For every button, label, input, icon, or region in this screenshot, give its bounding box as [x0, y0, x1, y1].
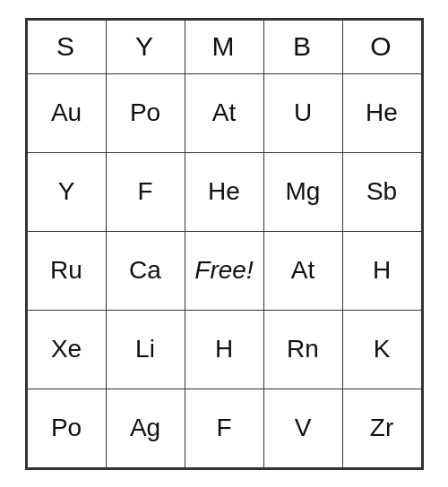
bingo-cell: F: [106, 152, 185, 231]
bingo-cell: F: [185, 389, 263, 467]
bingo-cell: He: [185, 152, 263, 231]
table-row: RuCaFree!AtH: [27, 231, 421, 310]
bingo-cell: Mg: [263, 152, 342, 231]
bingo-cell: Ca: [106, 231, 185, 310]
header-cell-y: Y: [106, 20, 185, 73]
header-cell-m: M: [185, 20, 263, 73]
header-cell-b: B: [263, 20, 342, 73]
bingo-cell: H: [185, 310, 263, 389]
bingo-cell: Y: [27, 152, 106, 231]
bingo-cell: Au: [27, 73, 106, 152]
bingo-cell: Sb: [342, 152, 421, 231]
bingo-cell: He: [342, 73, 421, 152]
table-row: PoAgFVZr: [27, 389, 421, 467]
bingo-cell: U: [263, 73, 342, 152]
bingo-cell: Ag: [106, 389, 185, 467]
header-row: SYMBO: [27, 20, 421, 73]
header-cell-s: S: [27, 20, 106, 73]
bingo-cell: Po: [27, 389, 106, 467]
bingo-cell: At: [263, 231, 342, 310]
bingo-cell: Po: [106, 73, 185, 152]
bingo-cell: Zr: [342, 389, 421, 467]
bingo-cell: H: [342, 231, 421, 310]
header-cell-o: O: [342, 20, 421, 73]
bingo-cell: Rn: [263, 310, 342, 389]
table-row: YFHeMgSb: [27, 152, 421, 231]
bingo-cell: K: [342, 310, 421, 389]
bingo-cell: Xe: [27, 310, 106, 389]
bingo-table: SYMBO AuPoAtUHeYFHeMgSbRuCaFree!AtHXeLiH…: [27, 20, 422, 468]
table-row: AuPoAtUHe: [27, 73, 421, 152]
bingo-cell: Ru: [27, 231, 106, 310]
bingo-cell: At: [185, 73, 263, 152]
bingo-cell: V: [263, 389, 342, 467]
table-row: XeLiHRnK: [27, 310, 421, 389]
bingo-cell: Li: [106, 310, 185, 389]
bingo-card: SYMBO AuPoAtUHeYFHeMgSbRuCaFree!AtHXeLiH…: [25, 18, 424, 470]
free-space-cell: Free!: [185, 231, 263, 310]
